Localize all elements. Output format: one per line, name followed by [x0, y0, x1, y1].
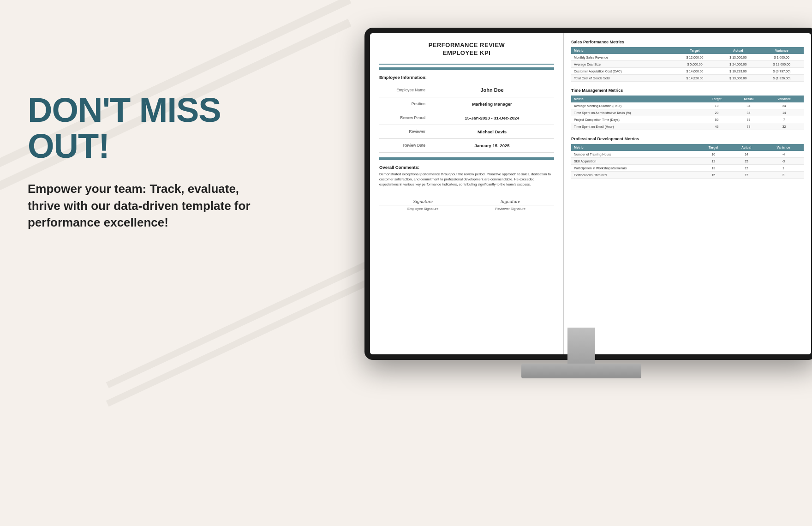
sales-metrics-table: Metric Target Actual Variance Monthly Sa… [571, 47, 804, 82]
table-row: Monthly Sales Revenue $ 12,000.00 $ 13,0… [571, 54, 804, 61]
sales-metrics-title: Sales Performance Metrics [571, 40, 804, 44]
info-row-period: Review Period 15-Jan-2023 - 31-Dec-2024 [379, 111, 554, 125]
sales-col-target: Target [673, 47, 716, 54]
info-row-name: Employee Name John Doe [379, 84, 554, 97]
metrics-right-panel: Sales Performance Metrics Metric Target … [564, 33, 811, 354]
table-row: Certifications Obtained 15 12 3 [571, 172, 804, 179]
dev-col-actual: Actual [730, 144, 763, 151]
monitor-screen: PERFORMANCE REVIEW EMPLOYEE KPI Employee… [364, 28, 812, 360]
sales-col-actual: Actual [716, 47, 760, 54]
table-row: Customer Acquisition Cost (CAC) $ 14,000… [571, 68, 804, 75]
sales-col-metric: Metric [571, 47, 673, 54]
label-date: Review Date [379, 143, 430, 148]
monitor-wrapper: PERFORMANCE REVIEW EMPLOYEE KPI Employee… [337, 28, 812, 406]
employee-info-header: Employee Information: [379, 75, 554, 80]
dev-metrics-title: Professional Development Metrics [571, 137, 804, 141]
value-period: 15-Jan-2023 - 31-Dec-2024 [430, 115, 554, 120]
time-metrics-title: Time Management Metrics [571, 88, 804, 93]
time-col-variance: Variance [764, 96, 804, 102]
sales-metrics-section: Sales Performance Metrics Metric Target … [571, 40, 804, 82]
comments-text: Demonstrated exceptional performance thr… [379, 172, 554, 187]
dev-col-variance: Variance [763, 144, 804, 151]
employee-signature-block: Signature Employee Signature [379, 198, 467, 211]
sales-col-variance: Variance [760, 47, 804, 54]
gray-bar-mid [379, 157, 554, 160]
divider-top [379, 64, 554, 65]
time-col-target: Target [701, 96, 732, 102]
value-position: Marketing Manager [430, 102, 554, 107]
time-col-metric: Metric [571, 96, 701, 102]
monitor-stand-base [521, 364, 641, 378]
comments-header: Overall Comments: [379, 165, 554, 170]
headline: DON'T MISS OUT! [28, 92, 295, 164]
employee-signature-script: Signature [379, 198, 467, 204]
label-position: Position [379, 102, 430, 106]
value-date: January 15, 2025 [430, 143, 554, 148]
label-reviewer: Reviewer [379, 129, 430, 134]
dev-metrics-table: Metric Target Actual Variance Number of … [571, 144, 804, 179]
label-period: Review Period [379, 115, 430, 120]
monitor-stand-neck [567, 328, 595, 365]
screen-inner: PERFORMANCE REVIEW EMPLOYEE KPI Employee… [370, 33, 811, 354]
value-reviewer: Michael Davis [430, 129, 554, 134]
subheadline: Empower your team: Track, evaluate, thri… [28, 180, 272, 231]
table-row: Total Cost of Goods Sold $ 14,326.00 $ 1… [571, 75, 804, 82]
info-row-reviewer: Reviewer Michael Davis [379, 125, 554, 139]
time-metrics-table: Metric Target Actual Variance Average Me… [571, 96, 804, 130]
left-section: DON'T MISS OUT! Empower your team: Track… [28, 92, 295, 231]
table-row: Project Completion Time (Days) 50 57 7 [571, 116, 804, 123]
dev-metrics-section: Professional Development Metrics Metric … [571, 137, 804, 179]
value-name: John Doe [430, 87, 554, 93]
kpi-title: PERFORMANCE REVIEW EMPLOYEE KPI [379, 42, 554, 57]
table-row: Time Spent on Email (Hour) 46 78 32 [571, 123, 804, 130]
reviewer-signature-block: Signature Reviewer Signature [467, 198, 555, 211]
comments-section: Overall Comments: Demonstrated exception… [379, 165, 554, 187]
employee-signature-label: Employee Signature [379, 205, 467, 211]
info-row-position: Position Marketing Manager [379, 97, 554, 111]
table-row: Number of Training Hours 10 14 -4 [571, 151, 804, 158]
table-row: Average Deal Size $ 5,000.00 $ 24,000.00… [571, 61, 804, 68]
gray-bar-top [379, 67, 554, 70]
reviewer-signature-script: Signature [467, 198, 555, 204]
table-row: Participation in Workshops/Seminars 13 1… [571, 165, 804, 172]
time-col-actual: Actual [733, 96, 764, 102]
table-row: Average Meeting Duration (Hour) 10 34 24 [571, 102, 804, 109]
time-metrics-section: Time Management Metrics Metric Target Ac… [571, 88, 804, 130]
reviewer-signature-label: Reviewer Signature [467, 205, 555, 211]
dev-col-target: Target [697, 144, 730, 151]
label-name: Employee Name [379, 88, 430, 92]
kpi-left-panel: PERFORMANCE REVIEW EMPLOYEE KPI Employee… [370, 33, 564, 354]
table-row: Time Spent on Administrative Tasks (%) 2… [571, 109, 804, 116]
dev-col-metric: Metric [571, 144, 697, 151]
table-row: Skill Acquisition 12 15 -3 [571, 158, 804, 165]
signature-row: Signature Employee Signature Signature R… [379, 195, 554, 211]
info-row-date: Review Date January 15, 2025 [379, 139, 554, 153]
